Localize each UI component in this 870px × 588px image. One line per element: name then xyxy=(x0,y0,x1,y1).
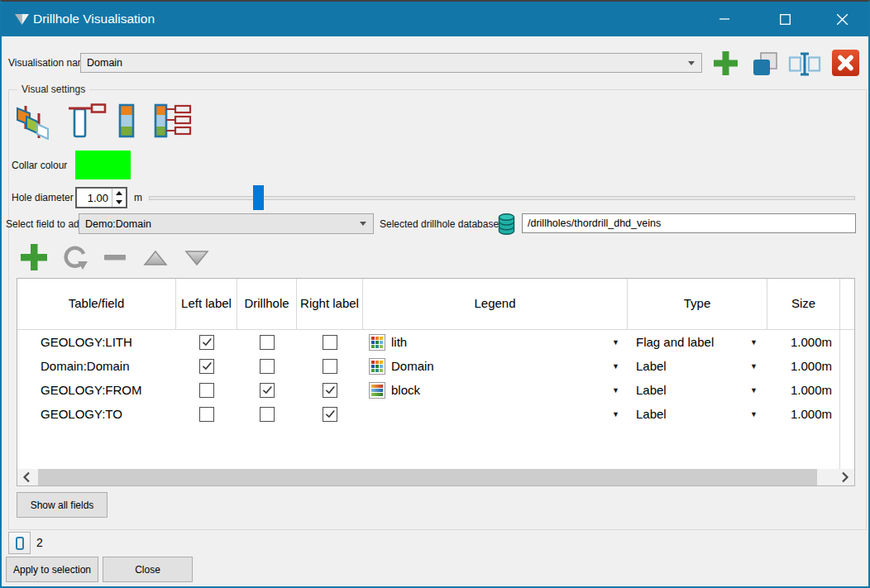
database-button[interactable] xyxy=(496,212,517,236)
interval-style-button[interactable] xyxy=(114,101,139,141)
right-label-checkbox[interactable] xyxy=(323,335,337,350)
header-type[interactable]: Type xyxy=(628,279,767,329)
close-button[interactable] xyxy=(823,2,861,36)
drillhole-checkbox[interactable] xyxy=(260,335,275,350)
chevron-left-icon xyxy=(22,471,31,483)
type-dropdown-arrow[interactable]: ▼ xyxy=(750,338,758,347)
delete-visualisation-button[interactable] xyxy=(831,49,860,77)
collar-colour-label: Collar colour xyxy=(12,160,67,171)
app-logo-icon xyxy=(14,12,30,26)
legend-dropdown-arrow[interactable]: ▼ xyxy=(612,338,619,347)
legend-dropdown-arrow[interactable]: ▼ xyxy=(612,362,619,370)
scroll-right-button[interactable] xyxy=(836,469,854,485)
spin-down-button[interactable] xyxy=(112,198,126,207)
chevron-right-icon xyxy=(841,471,849,483)
legend-swatch-icon[interactable] xyxy=(369,334,385,351)
collar-colour-swatch[interactable] xyxy=(75,151,131,179)
type-value: Label xyxy=(636,359,667,373)
spin-up-icon xyxy=(116,191,122,195)
trace-with-label-icon xyxy=(66,102,108,140)
left-label-checkbox[interactable] xyxy=(199,359,214,374)
table-header: Table/field Left label Drillhole Right l… xyxy=(17,279,854,330)
header-legend[interactable]: Legend xyxy=(363,279,628,329)
header-right-label[interactable]: Right label xyxy=(297,279,363,329)
refresh-fields-button[interactable] xyxy=(60,242,89,272)
table-row[interactable]: Domain:Domain Domain ▼ Label ▼ 1.000m xyxy=(17,354,854,378)
type-dropdown-arrow[interactable]: ▼ xyxy=(750,410,758,418)
minimize-button[interactable] xyxy=(705,2,743,36)
add-field-button[interactable] xyxy=(18,241,50,273)
horizontal-scrollbar[interactable] xyxy=(17,469,854,485)
table-row[interactable]: GEOLOGY:TO ▼ Label ▼ 1.000m xyxy=(17,402,854,426)
spin-up-button[interactable] xyxy=(112,189,126,198)
drillhole-checkbox[interactable] xyxy=(260,359,275,374)
drillhole-checkbox[interactable] xyxy=(260,407,275,422)
visualisation-name-combobox[interactable]: Domain xyxy=(80,53,702,73)
type-value: Label xyxy=(636,383,667,397)
maximize-button[interactable] xyxy=(766,2,804,36)
selection-indicator-button[interactable] xyxy=(8,532,31,554)
left-label-checkbox[interactable] xyxy=(199,383,214,398)
show-all-fields-button[interactable]: Show all fields xyxy=(17,492,108,518)
header-left-label[interactable]: Left label xyxy=(176,279,237,329)
legend-dropdown-arrow[interactable]: ▼ xyxy=(612,410,619,418)
trace-label-style-button[interactable] xyxy=(65,101,109,141)
close-dialog-button[interactable]: Close xyxy=(103,557,193,582)
database-path-field[interactable]: /drillholes/thordrill_dhd_veins xyxy=(522,213,856,233)
legend-name: Domain xyxy=(391,359,434,373)
field-name: Domain:Domain xyxy=(17,354,176,378)
selection-count: 2 xyxy=(36,536,43,549)
title-bar[interactable]: Drillhole Visualisation xyxy=(2,2,868,36)
drillhole-checkbox[interactable] xyxy=(260,383,275,398)
type-value: Flag and label xyxy=(636,335,714,349)
type-dropdown-arrow[interactable]: ▼ xyxy=(750,386,758,394)
column-divider xyxy=(839,330,840,469)
scroll-left-button[interactable] xyxy=(17,469,36,485)
right-label-checkbox[interactable] xyxy=(323,359,337,374)
add-visualisation-button[interactable] xyxy=(711,49,740,78)
header-filler xyxy=(840,279,854,329)
left-label-checkbox[interactable] xyxy=(199,407,214,422)
field-name: GEOLOGY:FROM xyxy=(17,378,176,402)
size-value[interactable]: 1.000m xyxy=(767,378,840,402)
interval-column-icon xyxy=(116,102,137,140)
triangle-down-icon xyxy=(184,248,210,268)
right-label-checkbox[interactable] xyxy=(323,407,337,422)
remove-field-button[interactable] xyxy=(101,243,129,271)
header-table-field[interactable]: Table/field xyxy=(17,279,176,329)
database-label: Selected drillhole database xyxy=(380,218,499,230)
select-field-combobox[interactable]: Demo:Domain xyxy=(79,213,374,234)
rename-icon xyxy=(788,51,821,77)
interval-labels-style-button[interactable] xyxy=(151,101,197,141)
select-field-value: Demo:Domain xyxy=(85,218,151,230)
hole-diameter-label: Hole diameter xyxy=(12,192,74,203)
legend-dropdown-arrow[interactable]: ▼ xyxy=(612,386,619,394)
size-value[interactable]: 1.000m xyxy=(767,330,840,354)
pattern-style-button[interactable] xyxy=(13,103,53,141)
table-row[interactable]: GEOLOGY:FROM block ▼ Label ▼ 1.000m xyxy=(17,378,854,402)
move-up-button[interactable] xyxy=(141,247,170,269)
database-icon xyxy=(497,213,516,236)
legend-name: lith xyxy=(391,335,407,349)
header-drillhole[interactable]: Drillhole xyxy=(237,279,297,329)
spin-down-icon xyxy=(116,200,122,204)
hole-diameter-value[interactable]: 1.00 xyxy=(77,189,112,207)
size-value[interactable]: 1.000m xyxy=(767,354,840,378)
duplicate-visualisation-button[interactable] xyxy=(750,50,780,78)
hole-diameter-slider-handle[interactable] xyxy=(253,185,264,210)
hole-diameter-unit: m xyxy=(134,192,142,203)
size-value[interactable]: 1.000m xyxy=(767,402,840,426)
table-row[interactable]: GEOLOGY:LITH lith ▼ Flag and label ▼ 1.0… xyxy=(17,330,854,354)
type-dropdown-arrow[interactable]: ▼ xyxy=(750,362,758,370)
left-label-checkbox[interactable] xyxy=(199,335,214,350)
apply-to-selection-button[interactable]: Apply to selection xyxy=(6,557,98,582)
hole-diameter-spinbox[interactable]: 1.00 xyxy=(75,187,127,208)
legend-swatch-icon[interactable] xyxy=(369,382,385,399)
scrollbar-thumb[interactable] xyxy=(38,469,817,485)
minimize-icon xyxy=(719,14,729,24)
header-size[interactable]: Size xyxy=(767,279,840,329)
right-label-checkbox[interactable] xyxy=(323,383,337,398)
move-down-button[interactable] xyxy=(182,247,212,269)
rename-visualisation-button[interactable] xyxy=(787,50,822,77)
legend-swatch-icon[interactable] xyxy=(369,358,385,375)
